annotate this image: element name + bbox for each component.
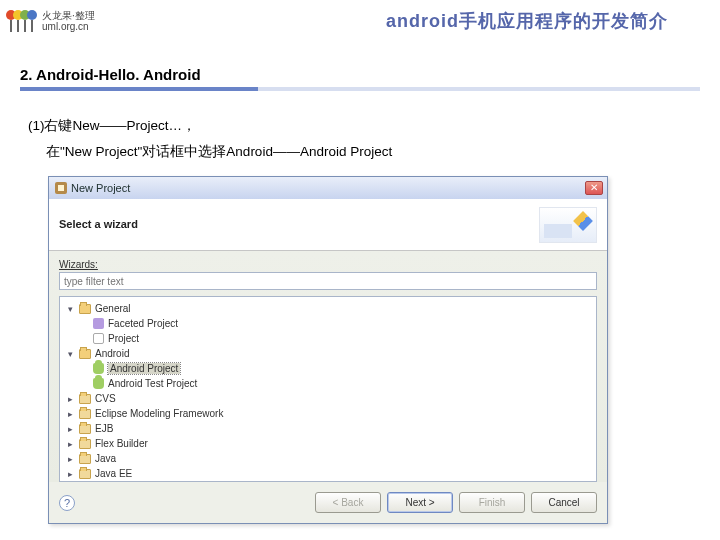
android-icon xyxy=(93,378,104,389)
tree-node[interactable]: ▸Java EE xyxy=(62,466,594,481)
expander-icon[interactable]: ▸ xyxy=(66,409,75,418)
expander-icon[interactable]: ▸ xyxy=(66,439,75,448)
wizard-hero-icon xyxy=(539,207,597,243)
folder-icon xyxy=(79,439,91,449)
tree-node[interactable]: ▸Flex Builder xyxy=(62,436,594,451)
help-icon[interactable]: ? xyxy=(59,495,75,511)
body-text: (1)右键New——Project…， 在"New Project"对话框中选择… xyxy=(0,91,720,170)
folder-icon xyxy=(79,469,91,479)
wizards-label: Wizards: xyxy=(59,259,597,270)
page-header: 火龙果·整理 uml.org.cn android手机应用程序的开发简介 xyxy=(0,0,720,42)
tree-node-label: Android Project xyxy=(108,363,180,374)
tree-node-label: Flex Builder xyxy=(95,438,148,449)
tree-node[interactable]: ▸EJB xyxy=(62,421,594,436)
folder-icon xyxy=(79,424,91,434)
folder-icon xyxy=(79,304,91,314)
expander-icon[interactable]: ▸ xyxy=(66,454,75,463)
filter-input[interactable] xyxy=(59,272,597,290)
next-button[interactable]: Next > xyxy=(387,492,453,513)
body-line2: 在"New Project"对话框中选择Android——Android Pro… xyxy=(28,139,690,165)
wizard-header: Select a wizard xyxy=(49,199,607,251)
tree-node-label: General xyxy=(95,303,131,314)
expander-icon[interactable]: ▾ xyxy=(66,304,75,313)
android-icon xyxy=(93,363,104,374)
logo-line2: uml.org.cn xyxy=(42,21,95,32)
wizard-tree[interactable]: ▾GeneralFaceted ProjectProject▾AndroidAn… xyxy=(59,296,597,482)
button-bar: ? < Back Next > Finish Cancel xyxy=(49,482,607,523)
site-logo: 火龙果·整理 uml.org.cn xyxy=(6,10,95,32)
folder-icon xyxy=(79,409,91,419)
section-title: 2. Android-Hello. Android xyxy=(20,66,700,83)
tree-node-label: Android xyxy=(95,348,129,359)
tree-node-label: Project xyxy=(108,333,139,344)
expander-icon[interactable]: ▾ xyxy=(66,349,75,358)
folder-icon xyxy=(79,349,91,359)
expander-icon[interactable]: ▸ xyxy=(66,394,75,403)
page-title: android手机应用程序的开发简介 xyxy=(386,9,708,33)
dialog-titlebar[interactable]: New Project ✕ xyxy=(49,177,607,199)
tree-node[interactable]: Android Test Project xyxy=(62,376,594,391)
tree-node[interactable]: ▸CVS xyxy=(62,391,594,406)
logo-pins xyxy=(6,10,34,32)
tree-node[interactable]: ▾General xyxy=(62,301,594,316)
tree-node[interactable]: ▸Eclipse Modeling Framework xyxy=(62,406,594,421)
tree-node[interactable]: Android Project xyxy=(62,361,594,376)
tree-node-label: Eclipse Modeling Framework xyxy=(95,408,223,419)
close-icon[interactable]: ✕ xyxy=(585,181,603,195)
folder-icon xyxy=(79,454,91,464)
tree-node-label: Java xyxy=(95,453,116,464)
finish-button[interactable]: Finish xyxy=(459,492,525,513)
dialog-icon xyxy=(55,182,67,194)
body-line1: (1)右键New——Project…， xyxy=(28,113,690,139)
tree-node-label: Java EE xyxy=(95,468,132,479)
wizard-body: Wizards: ▾GeneralFaceted ProjectProject▾… xyxy=(49,251,607,482)
expander-icon[interactable]: ▸ xyxy=(66,424,75,433)
folder-icon xyxy=(79,394,91,404)
tree-node[interactable]: ▾Android xyxy=(62,346,594,361)
tree-node-label: CVS xyxy=(95,393,116,404)
project-icon xyxy=(93,333,104,344)
dialog-title: New Project xyxy=(71,182,130,194)
logo-line1: 火龙果·整理 xyxy=(42,10,95,21)
tree-node[interactable]: Project xyxy=(62,331,594,346)
section-bar: 2. Android-Hello. Android xyxy=(0,66,720,91)
tree-node-label: Android Test Project xyxy=(108,378,197,389)
tree-node-label: EJB xyxy=(95,423,113,434)
back-button[interactable]: < Back xyxy=(315,492,381,513)
wizard-header-title: Select a wizard xyxy=(59,218,138,230)
tree-node[interactable]: ▸Java xyxy=(62,451,594,466)
expander-icon[interactable]: ▸ xyxy=(66,469,75,478)
tree-node[interactable]: Faceted Project xyxy=(62,316,594,331)
tree-node-label: Faceted Project xyxy=(108,318,178,329)
cancel-button[interactable]: Cancel xyxy=(531,492,597,513)
new-project-dialog: New Project ✕ Select a wizard Wizards: ▾… xyxy=(48,176,608,524)
project-icon xyxy=(93,318,104,329)
